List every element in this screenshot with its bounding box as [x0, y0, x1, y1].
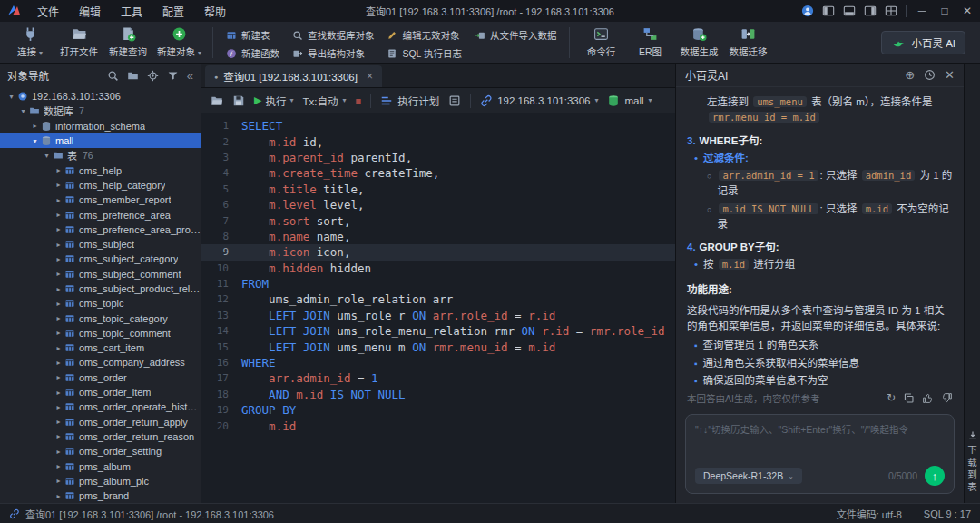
chevron-right-icon[interactable]: ▸: [53, 477, 64, 485]
code-line-19[interactable]: 19GROUP BY: [201, 402, 675, 418]
dock-download-to-table[interactable]: 下载到表: [965, 430, 979, 494]
toolbar-button-export[interactable]: 导出结构对象: [292, 46, 375, 60]
copy-icon[interactable]: [903, 392, 915, 404]
tree-item-oms_order_item[interactable]: ▸oms_order_item: [0, 385, 201, 400]
search-icon[interactable]: [107, 70, 119, 82]
tree-item-cms_subject_comment[interactable]: ▸cms_subject_comment: [0, 267, 201, 281]
thumbs-up-icon[interactable]: [922, 392, 934, 404]
tree-item-数据库[interactable]: ▾数据库7: [0, 104, 201, 118]
tree-item-pms_album_pic[interactable]: ▸pms_album_pic: [0, 474, 201, 488]
tree-item-cms_subject[interactable]: ▸cms_subject: [0, 237, 201, 252]
chevron-right-icon[interactable]: ▸: [53, 196, 64, 204]
tree-item-pms_brand[interactable]: ▸pms_brand: [0, 488, 201, 503]
chevron-right-icon[interactable]: ▸: [53, 344, 64, 352]
tree-item-cms_prefrence_area_product_...[interactable]: ▸cms_prefrence_area_product_...: [0, 222, 201, 237]
code-line-2[interactable]: 2 m.id id,: [201, 133, 675, 149]
toolbar-button-search[interactable]: 查找数据库对象: [292, 28, 375, 42]
toolbar-button-folder-open[interactable]: 打开文件: [54, 23, 103, 63]
chevron-right-icon[interactable]: ▸: [53, 389, 64, 397]
toggle-left-panel-icon[interactable]: [822, 5, 835, 17]
code-line-5[interactable]: 5 m.title title,: [201, 182, 675, 197]
chevron-right-icon[interactable]: ▸: [29, 122, 41, 130]
code-line-14[interactable]: 14 LEFT JOIN ums_role_menu_relation rmr …: [201, 323, 675, 339]
tree-item-oms_order_return_reason[interactable]: ▸oms_order_return_reason: [0, 429, 201, 444]
menu-item-4[interactable]: 帮助: [194, 2, 236, 21]
minimize-button[interactable]: ─: [915, 5, 929, 17]
code-line-13[interactable]: 13 LEFT JOIN ums_role r ON arr.role_id =…: [201, 308, 675, 323]
close-button[interactable]: ✕: [960, 5, 975, 17]
tree-item-information_schema[interactable]: ▸information_schema: [0, 119, 201, 133]
tree-item-cms_topic[interactable]: ▸cms_topic: [0, 296, 201, 311]
chevron-right-icon[interactable]: ▸: [53, 270, 64, 278]
toolbar-button-import[interactable]: 从文件导入数据: [475, 28, 557, 42]
code-line-15[interactable]: 15 LEFT JOIN ums_menu m ON rmr.menu_id =…: [201, 339, 675, 354]
tree-item-cms_help[interactable]: ▸cms_help: [0, 163, 201, 177]
code-line-11[interactable]: 11FROM: [201, 276, 675, 291]
tree-item-cms_topic_comment[interactable]: ▸cms_topic_comment: [0, 326, 201, 340]
tree-item-cms_member_report[interactable]: ▸cms_member_report: [0, 192, 201, 207]
chevron-right-icon[interactable]: ▸: [53, 166, 64, 174]
explain-plan-button[interactable]: 执行计划: [380, 94, 439, 108]
tree-item-192.168.3.101:3306[interactable]: ▾192.168.3.101:3306: [0, 89, 201, 104]
chevron-right-icon[interactable]: ▸: [53, 241, 64, 249]
chevron-right-icon[interactable]: ▸: [53, 181, 64, 189]
chevron-right-icon[interactable]: ▸: [53, 211, 64, 219]
chevron-down-icon[interactable]: ▾: [5, 93, 17, 101]
status-cursor-position[interactable]: SQL 9 : 17: [924, 508, 971, 519]
code-line-4[interactable]: 4 m.create_time createTime,: [201, 165, 675, 181]
collapse-sidebar-icon[interactable]: «: [187, 69, 193, 83]
close-panel-icon[interactable]: ✕: [945, 68, 955, 82]
toolbar-button-er[interactable]: ER图: [625, 23, 674, 63]
code-line-12[interactable]: 12 ums_admin_role_relation arr: [201, 291, 675, 307]
code-line-18[interactable]: 18 AND m.id IS NOT NULL: [201, 387, 675, 402]
chevron-right-icon[interactable]: ▸: [53, 285, 64, 293]
chevron-right-icon[interactable]: ▸: [53, 448, 64, 456]
tab-query01[interactable]: ● 查询01 [192.168.3.101:3306] ×: [205, 65, 382, 87]
chevron-right-icon[interactable]: ▸: [53, 300, 64, 308]
toolbar-button-log[interactable]: SQL 执行日志: [387, 46, 462, 60]
chevron-down-icon[interactable]: ▾: [29, 137, 41, 145]
send-button[interactable]: ↑: [925, 466, 945, 486]
chevron-right-icon[interactable]: ▸: [53, 432, 64, 440]
status-encoding[interactable]: 文件编码: utf-8: [837, 507, 902, 521]
connection-dropdown[interactable]: 192.168.3.101:3306 ▾: [480, 94, 598, 107]
code-line-9[interactable]: 9 m.icon icon,: [201, 244, 675, 260]
history-icon[interactable]: [924, 69, 936, 81]
tx-mode-dropdown[interactable]: Tx:自动 ▾: [302, 94, 346, 108]
chevron-right-icon[interactable]: ▸: [53, 373, 64, 381]
tree-item-cms_subject_category[interactable]: ▸cms_subject_category: [0, 252, 201, 266]
toolbar-button-migrate[interactable]: 数据迁移: [723, 23, 772, 63]
code-line-7[interactable]: 7 m.sort sort,: [201, 212, 675, 228]
toolbar-button-new-object[interactable]: 新建对象 ▾: [152, 23, 206, 63]
ai-input[interactable]: "↑↓"切换历史输入、"Shift+Enter"换行、"/"唤起指令 DeepS…: [685, 414, 955, 494]
close-tab-icon[interactable]: ×: [367, 70, 373, 83]
code-line-8[interactable]: 8 m.name name,: [201, 229, 675, 244]
code-line-17[interactable]: 17 arr.admin_id = 1: [201, 370, 675, 386]
menu-item-1[interactable]: 编辑: [69, 2, 111, 21]
toolbar-button-table[interactable]: 新建表: [226, 28, 279, 42]
database-dropdown[interactable]: mall ▾: [607, 94, 652, 107]
run-button[interactable]: ▶ 执行 ▾: [254, 94, 293, 108]
chevron-right-icon[interactable]: ▸: [53, 329, 64, 337]
chevron-right-icon[interactable]: ▸: [53, 462, 64, 470]
chevron-down-icon[interactable]: ▾: [17, 107, 29, 115]
tree-item-cms_help_category[interactable]: ▸cms_help_category: [0, 178, 201, 192]
code-line-3[interactable]: 3 m.parent_id parentId,: [201, 150, 675, 165]
tree-item-cms_topic_category[interactable]: ▸cms_topic_category: [0, 311, 201, 325]
filter-icon[interactable]: [167, 70, 179, 82]
toggle-right-panel-icon[interactable]: [864, 5, 877, 17]
tree-item-oms_order_operate_history[interactable]: ▸oms_order_operate_history: [0, 400, 201, 414]
chevron-right-icon[interactable]: ▸: [53, 314, 64, 322]
chevron-right-icon[interactable]: ▸: [53, 359, 64, 367]
chevron-right-icon[interactable]: ▸: [53, 418, 64, 426]
model-selector[interactable]: DeepSeek-R1-32B ⌄: [695, 468, 802, 484]
thumbs-down-icon[interactable]: [941, 392, 953, 404]
toolbar-button-edit[interactable]: 编辑无效对象: [387, 28, 462, 42]
tree-item-cms_subject_product_relation[interactable]: ▸cms_subject_product_relation: [0, 281, 201, 296]
code-line-16[interactable]: 16WHERE: [201, 355, 675, 370]
toggle-bottom-panel-icon[interactable]: [843, 5, 856, 17]
chevron-down-icon[interactable]: ▾: [41, 152, 53, 160]
tree-item-表[interactable]: ▾表76: [0, 148, 201, 163]
new-chat-icon[interactable]: ⊕: [905, 68, 915, 82]
chevron-right-icon[interactable]: ▸: [53, 403, 64, 411]
